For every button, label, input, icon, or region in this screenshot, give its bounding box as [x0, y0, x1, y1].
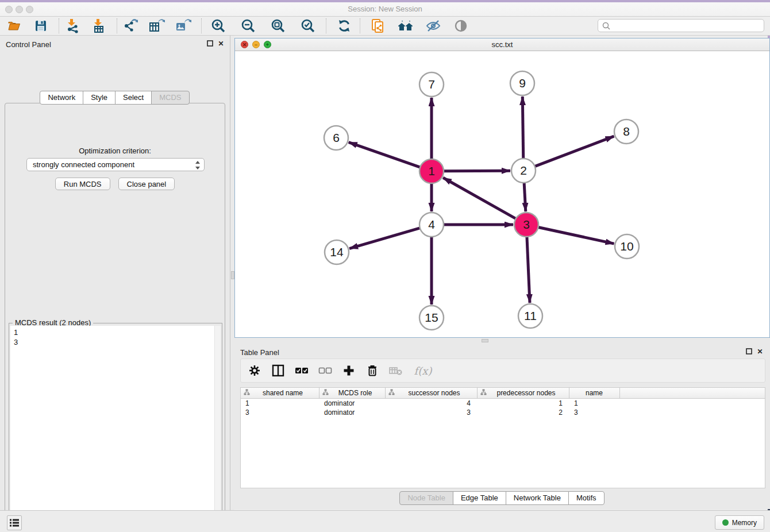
graph-edge-2-8[interactable] [535, 136, 614, 166]
table-row[interactable]: 1dominator411 [241, 399, 765, 408]
table-settings-icon[interactable] [248, 364, 261, 377]
refresh-view-icon[interactable] [334, 17, 354, 34]
zoom-in-icon[interactable] [209, 17, 228, 34]
zoom-selected-icon[interactable] [298, 17, 318, 34]
column-header-MCDS-role[interactable]: MCDS role [319, 388, 386, 398]
graph-node-label-3: 3 [523, 218, 530, 231]
column-label: successor nodes [395, 389, 477, 397]
graph-edge-3-1[interactable] [443, 178, 516, 218]
frame-zoom-button[interactable]: + [264, 41, 271, 48]
cell-successor-nodes[interactable]: 4 [386, 399, 478, 408]
search-icon [602, 21, 611, 30]
window-minimize-button[interactable] [16, 6, 23, 13]
window-close-button[interactable] [5, 6, 13, 13]
close-panel-icon[interactable]: ✕ [217, 40, 225, 48]
tab-edge-table[interactable]: Edge Table [453, 491, 506, 505]
graph-edge-3-10[interactable] [538, 227, 614, 244]
tab-motifs[interactable]: Motifs [568, 491, 605, 505]
tab-mcds[interactable]: MCDS [151, 91, 189, 105]
graph-node-label-2: 2 [520, 164, 527, 177]
graph-edge-2-3[interactable] [524, 183, 526, 211]
tab-style[interactable]: Style [83, 91, 116, 105]
zoom-fit-icon[interactable] [268, 17, 288, 34]
window-titlebar: Session: New Session [0, 2, 770, 17]
column-header-successor-nodes[interactable]: successor nodes [386, 388, 478, 398]
export-image-icon[interactable] [174, 17, 193, 34]
graph-edge-1-6[interactable] [349, 142, 420, 167]
result-scrollbar[interactable] [214, 326, 221, 532]
float-panel-icon[interactable] [206, 40, 214, 48]
cell-MCDS-role[interactable]: dominator [319, 399, 386, 408]
graph-node-label-10: 10 [620, 240, 633, 253]
memory-button[interactable]: Memory [715, 515, 764, 530]
deselect-all-icon[interactable] [318, 364, 332, 377]
window-title: Session: New Session [0, 2, 770, 16]
memory-label: Memory [732, 519, 757, 527]
network-canvas[interactable]: 7968124314101511 [235, 51, 769, 337]
graph-node-label-6: 6 [333, 131, 340, 144]
task-history-button[interactable] [7, 515, 22, 530]
panel-divider-horizontal[interactable] [234, 338, 770, 344]
close-panel-button[interactable]: Close panel [118, 178, 175, 190]
graph-edge-4-14[interactable] [349, 228, 420, 249]
column-header-predecessor-nodes[interactable]: predecessor nodes [478, 388, 569, 398]
network-window-titlebar[interactable]: ✕ − + scc.txt [235, 38, 769, 51]
search-input[interactable] [611, 21, 764, 31]
status-bar: Memory [0, 510, 770, 532]
first-neighbors-icon[interactable] [396, 17, 415, 34]
cell-shared-name[interactable]: 1 [241, 399, 319, 408]
toolbar-separator [117, 18, 117, 33]
zoom-out-icon[interactable] [238, 17, 258, 34]
tab-node-table[interactable]: Node Table [399, 491, 453, 505]
export-table-icon[interactable] [147, 17, 167, 34]
panel-divider-vertical[interactable] [230, 36, 234, 510]
mcds-result-textarea[interactable]: 1 3 [10, 326, 221, 532]
delete-table-icon [389, 364, 403, 377]
window-zoom-button[interactable] [26, 6, 33, 13]
fx-label: f(x) [414, 365, 432, 377]
save-session-icon[interactable] [31, 17, 51, 34]
delete-column-icon[interactable] [365, 364, 379, 377]
tab-network[interactable]: Network [40, 91, 83, 105]
import-table-icon[interactable] [89, 17, 109, 34]
tab-network-table[interactable]: Network Table [506, 491, 569, 505]
close-panel-icon[interactable]: ✕ [756, 348, 764, 356]
optimization-criterion-select[interactable]: strongly connected component [26, 158, 205, 171]
cell-predecessor-nodes[interactable]: 2 [478, 408, 569, 417]
optimization-criterion-label: Optimization criterion: [5, 147, 225, 155]
hide-selected-icon[interactable] [424, 17, 443, 34]
column-header-shared-name[interactable]: shared name [241, 388, 319, 398]
column-header-name[interactable]: name [569, 388, 620, 398]
open-session-icon[interactable] [5, 17, 24, 34]
table-row[interactable]: 3dominator323 [241, 408, 765, 417]
network-view-window: ✕ − + scc.txt 7968124314101511 [234, 38, 770, 338]
clone-network-icon[interactable] [368, 17, 388, 34]
column-label: predecessor nodes [487, 389, 569, 397]
select-all-icon[interactable] [295, 364, 309, 377]
float-panel-icon[interactable] [745, 348, 753, 356]
graph-edge-1-2[interactable] [444, 171, 510, 171]
run-mcds-button[interactable]: Run MCDS [55, 178, 110, 190]
column-type-icon [244, 389, 250, 397]
cell-shared-name[interactable]: 3 [241, 408, 319, 417]
show-all-icon[interactable] [451, 17, 471, 34]
frame-close-button[interactable]: ✕ [241, 41, 248, 48]
cell-name[interactable]: 1 [569, 399, 620, 408]
tab-select[interactable]: Select [115, 91, 152, 105]
import-network-icon[interactable] [63, 17, 82, 34]
main-toolbar [0, 17, 770, 36]
column-label: MCDS role [329, 389, 385, 397]
cell-MCDS-role[interactable]: dominator [319, 408, 386, 417]
export-network-icon[interactable] [121, 17, 140, 34]
search-field[interactable] [598, 19, 764, 32]
add-column-icon[interactable] [342, 364, 356, 377]
column-type-icon [322, 389, 329, 397]
graph-edge-2-9[interactable] [522, 97, 523, 159]
cell-predecessor-nodes[interactable]: 1 [478, 399, 569, 408]
cell-name[interactable]: 3 [569, 408, 620, 417]
show-columns-icon[interactable] [271, 364, 285, 377]
divider-grip[interactable] [482, 339, 488, 342]
graph-edge-3-11[interactable] [527, 237, 530, 303]
frame-minimize-button[interactable]: − [252, 41, 260, 48]
cell-successor-nodes[interactable]: 3 [386, 408, 478, 417]
